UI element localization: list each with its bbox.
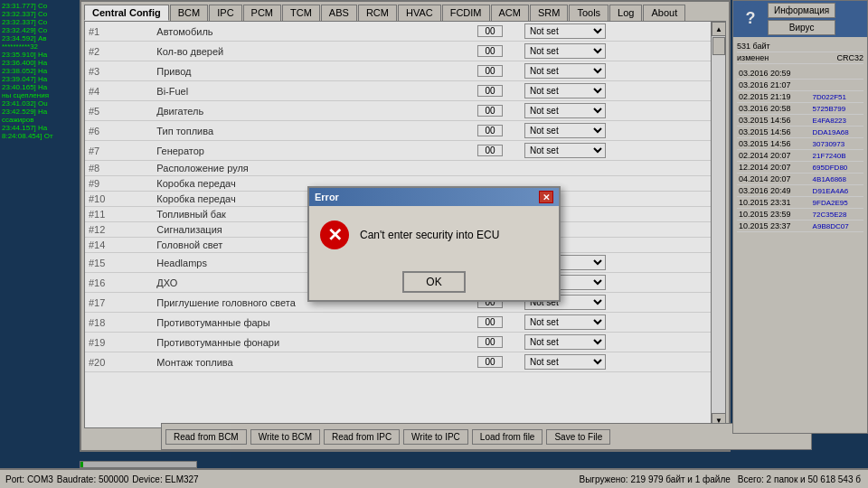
dialog-body: ✕ Can't enter security into ECU [309,206,559,264]
error-dialog: Error ✕ ✕ Can't enter security into ECU … [307,186,561,302]
error-icon: ✕ [320,221,349,249]
dialog-overlay: Error ✕ ✕ Can't enter security into ECU … [0,0,868,488]
dialog-title: Error [315,192,339,202]
dialog-message: Can't enter security into ECU [360,229,499,241]
ok-button[interactable]: OK [402,271,465,293]
dialog-close-button[interactable]: ✕ [539,191,553,203]
dialog-titlebar: Error ✕ [309,188,559,206]
dialog-footer: OK [309,264,559,300]
